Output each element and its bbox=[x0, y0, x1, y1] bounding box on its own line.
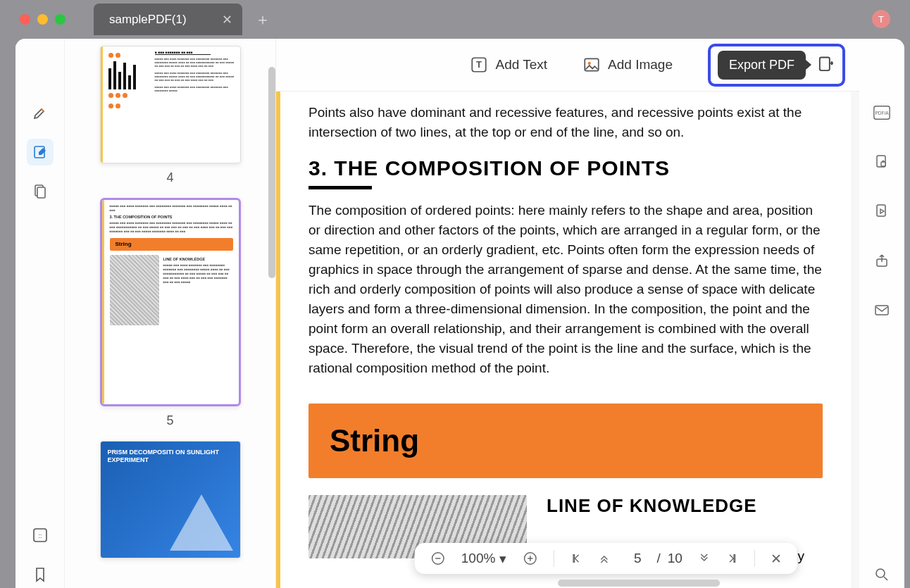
ocr-tool-icon[interactable]: :: bbox=[27, 522, 54, 549]
svg-rect-7 bbox=[585, 58, 599, 70]
zoom-page-bar: 100% ▾ / 10 bbox=[415, 543, 797, 574]
pages-tool-icon[interactable] bbox=[27, 178, 54, 205]
thumb-number: 5 bbox=[166, 413, 173, 428]
svg-rect-21 bbox=[875, 306, 888, 315]
export-pdf-button[interactable] bbox=[816, 55, 835, 75]
left-rail: :: bbox=[15, 39, 65, 588]
horizontal-scrollbar[interactable] bbox=[558, 580, 720, 587]
svg-point-22 bbox=[876, 569, 885, 577]
document-page: Points also have dominant and recessive … bbox=[276, 92, 851, 588]
line-of-knowledge-heading: LINE OF KNOWLEDGE bbox=[547, 495, 823, 517]
svg-rect-9 bbox=[820, 58, 830, 71]
next-page-icon[interactable] bbox=[698, 552, 711, 565]
heading-composition: 3. THE COMPOSITION OF POINTS bbox=[308, 156, 823, 180]
app-window: :: bbox=[15, 39, 904, 588]
heading-rule bbox=[308, 186, 372, 189]
minimize-window-button[interactable] bbox=[37, 14, 48, 25]
slideshow-file-icon[interactable] bbox=[868, 198, 895, 225]
current-page-input[interactable] bbox=[625, 551, 649, 566]
svg-rect-2 bbox=[37, 187, 45, 198]
maximize-window-button[interactable] bbox=[55, 14, 66, 25]
export-pdf-highlight: Export PDF bbox=[708, 44, 845, 87]
string-band: String bbox=[308, 404, 823, 478]
protect-file-icon[interactable] bbox=[868, 149, 895, 175]
avatar-letter: T bbox=[878, 14, 884, 25]
thumb-6-title: PRISM DECOMPOSITI ON SUNLIGHT EXPERIMENT bbox=[108, 449, 233, 464]
edit-text-tool-icon[interactable] bbox=[27, 139, 54, 165]
svg-point-8 bbox=[588, 62, 591, 65]
last-page-icon[interactable] bbox=[726, 552, 739, 565]
thumbnail-panel[interactable]: ■ ■■■ ■■■■■■■ ■■ ■■■ ■■■■■ ■■■ ■■■■ ■■■■… bbox=[65, 39, 276, 588]
svg-text:PDF/A: PDF/A bbox=[875, 111, 889, 115]
tab-title: samplePDF(1) bbox=[109, 13, 187, 27]
new-tab-button[interactable]: ＋ bbox=[255, 9, 270, 30]
top-toolbar: T Add Text Add Image Export PDF bbox=[276, 39, 859, 92]
add-text-label: Add Text bbox=[495, 57, 547, 73]
mail-icon[interactable] bbox=[868, 296, 895, 323]
pdfa-icon[interactable]: PDF/A bbox=[868, 99, 895, 126]
first-page-icon[interactable] bbox=[569, 552, 582, 565]
prev-page-icon[interactable] bbox=[597, 552, 610, 565]
zoom-out-icon[interactable] bbox=[430, 551, 446, 566]
zoom-in-icon[interactable] bbox=[522, 551, 537, 566]
svg-text:::: :: bbox=[38, 532, 42, 539]
search-icon[interactable] bbox=[868, 561, 895, 588]
add-text-button[interactable]: T Add Text bbox=[470, 56, 547, 74]
close-tab-icon[interactable]: ✕ bbox=[222, 12, 232, 27]
zoom-dropdown-icon[interactable]: ▾ bbox=[499, 551, 506, 567]
close-window-button[interactable] bbox=[20, 14, 30, 25]
document-tab[interactable]: samplePDF(1) ✕ bbox=[94, 4, 242, 35]
zoom-level[interactable]: 100% ▾ bbox=[461, 551, 507, 567]
titlebar: samplePDF(1) ✕ ＋ T bbox=[0, 0, 910, 39]
total-pages: 10 bbox=[668, 551, 682, 566]
highlighter-tool-icon[interactable] bbox=[27, 99, 54, 126]
composition-paragraph: The composition of ordered points: here … bbox=[308, 201, 823, 378]
page-indicator: / 10 bbox=[625, 551, 682, 566]
share-icon[interactable] bbox=[868, 247, 895, 274]
svg-rect-19 bbox=[877, 205, 885, 216]
zoom-label: 100% bbox=[461, 551, 496, 566]
thumb-string-band: String bbox=[110, 238, 233, 251]
thumb-number: 4 bbox=[166, 170, 173, 185]
thumbnail-page-5[interactable]: ■■■■■ ■■■ ■■■■ ■■■■■■■ ■■■ ■■■■■■■■ ■■■■… bbox=[65, 198, 275, 428]
intro-paragraph: Points also have dominant and recessive … bbox=[308, 103, 823, 142]
window-controls bbox=[0, 14, 66, 25]
thumbnail-page-4[interactable]: ■ ■■■ ■■■■■■■ ■■ ■■■ ■■■■■ ■■■ ■■■■ ■■■■… bbox=[65, 46, 275, 185]
right-rail: PDF/A bbox=[859, 39, 904, 588]
thumbnail-page-6[interactable]: PRISM DECOMPOSITI ON SUNLIGHT EXPERIMENT bbox=[65, 441, 275, 558]
bookmark-tool-icon[interactable] bbox=[27, 561, 54, 588]
export-pdf-label: Export PDF bbox=[729, 58, 794, 72]
svg-rect-18 bbox=[881, 162, 885, 166]
page-sep: / bbox=[656, 551, 660, 566]
close-bar-icon[interactable]: ✕ bbox=[771, 551, 782, 567]
avatar[interactable]: T bbox=[872, 10, 890, 28]
main-area: T Add Text Add Image Export PDF Points a… bbox=[276, 39, 859, 588]
thumbnail-scrollbar[interactable] bbox=[268, 67, 275, 278]
document-viewport[interactable]: Points also have dominant and recessive … bbox=[276, 92, 859, 588]
svg-text:T: T bbox=[476, 59, 482, 70]
export-pdf-tooltip: Export PDF bbox=[718, 51, 806, 80]
add-image-button[interactable]: Add Image bbox=[582, 56, 673, 74]
svg-line-23 bbox=[884, 577, 887, 580]
add-image-label: Add Image bbox=[608, 57, 673, 73]
